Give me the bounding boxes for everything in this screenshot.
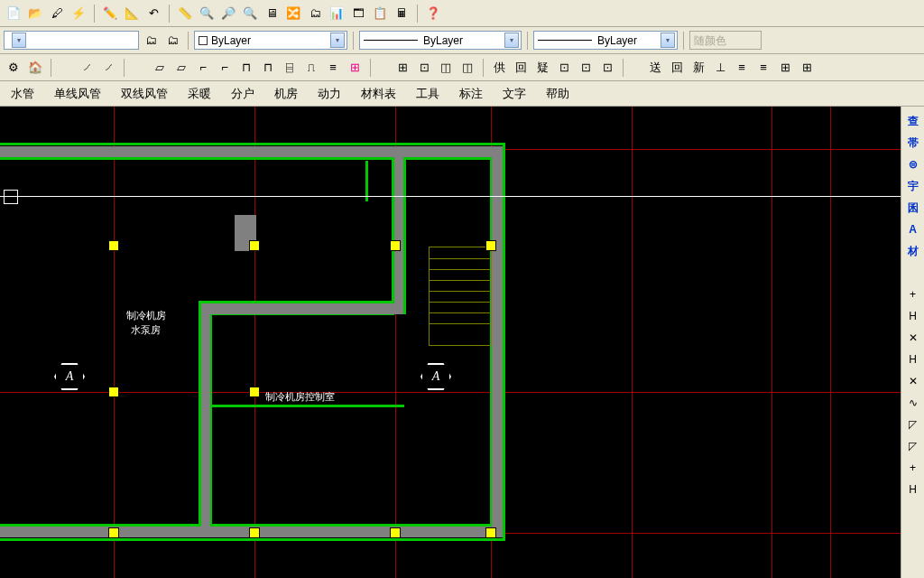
- return-tool-icon[interactable]: 回: [667, 58, 687, 78]
- selection-grip[interactable]: [485, 240, 496, 251]
- duct-tool-icon[interactable]: ≡: [323, 58, 343, 78]
- menu-item-double-duct[interactable]: 双线风管: [117, 84, 171, 104]
- selection-grip[interactable]: [390, 527, 401, 538]
- zoom-in-icon[interactable]: 🔍: [197, 4, 217, 23]
- selection-grip[interactable]: [108, 527, 119, 538]
- tool-icon[interactable]: ⊥: [710, 58, 730, 78]
- panel-tool[interactable]: ∿: [904, 394, 922, 412]
- menu-item-tools[interactable]: 工具: [412, 84, 443, 104]
- pipe-tool-icon[interactable]: ⟋: [98, 58, 118, 78]
- layer-tool-icon[interactable]: 🗂: [141, 31, 161, 51]
- panel-tool[interactable]: 囷: [904, 199, 922, 217]
- tool-icon[interactable]: ⊞: [775, 58, 795, 78]
- group-tool-icon[interactable]: ⊡: [414, 58, 434, 78]
- menu-item-machine-room[interactable]: 机房: [271, 84, 301, 104]
- duct-tool-icon[interactable]: ⊞: [345, 58, 365, 78]
- lineweight-dropdown[interactable]: ByLayer ▾: [533, 31, 678, 50]
- linetype-dropdown[interactable]: ByLayer ▾: [359, 31, 522, 50]
- send-tool-icon[interactable]: 送: [645, 58, 665, 78]
- menu-item-annotation[interactable]: 标注: [456, 84, 486, 104]
- tool-icon[interactable]: 📋: [370, 4, 390, 23]
- home-icon[interactable]: 🏠: [25, 58, 45, 78]
- menu-item-power[interactable]: 动力: [314, 84, 345, 104]
- tool-icon[interactable]: 🖊: [47, 4, 67, 23]
- panel-tool[interactable]: +: [904, 285, 922, 303]
- wall-gray: [0, 146, 503, 157]
- panel-tool-material[interactable]: 材: [904, 242, 922, 260]
- duct-tool-icon[interactable]: ⊓: [236, 58, 256, 78]
- panel-tool[interactable]: ◸: [904, 437, 922, 455]
- group-tool-icon[interactable]: ◫: [436, 58, 456, 78]
- selection-grip[interactable]: [249, 387, 260, 397]
- drawing-canvas[interactable]: A A 制冷机房 水泵房 制冷机房控制室: [0, 107, 901, 578]
- duct-tool-icon[interactable]: ▱: [150, 58, 170, 78]
- duct-tool-icon[interactable]: ⎍: [301, 58, 321, 78]
- selection-grip[interactable]: [390, 240, 401, 251]
- tool-icon[interactable]: 🗂: [305, 4, 325, 23]
- help-icon[interactable]: ❓: [423, 4, 443, 23]
- tool-icon[interactable]: ≡: [753, 58, 773, 78]
- tool-icon[interactable]: 📊: [327, 4, 346, 23]
- duct-tool-icon[interactable]: ⌐: [215, 58, 235, 78]
- tool-icon[interactable]: 🖥: [262, 4, 282, 23]
- selection-grip[interactable]: [249, 240, 260, 251]
- layer-dropdown-left[interactable]: ▾: [4, 31, 139, 50]
- panel-tool[interactable]: 帯: [904, 134, 922, 152]
- layer-tool-icon[interactable]: 🗂: [162, 31, 182, 51]
- menu-item-single-duct[interactable]: 单线风管: [51, 84, 105, 104]
- group-tool-icon[interactable]: ◫: [457, 58, 477, 78]
- tool-icon[interactable]: ⊡: [576, 58, 596, 78]
- menu-item-text[interactable]: 文字: [499, 84, 530, 104]
- tool-icon[interactable]: ≡: [732, 58, 752, 78]
- duct-tool-icon[interactable]: ⌸: [280, 58, 300, 78]
- pipe-tool-icon[interactable]: ⟋: [77, 58, 97, 78]
- zoom-window-icon[interactable]: 🔍: [240, 4, 260, 23]
- return-tool-icon[interactable]: 回: [511, 58, 531, 78]
- panel-tool[interactable]: A: [904, 220, 922, 238]
- selection-grip[interactable]: [485, 527, 496, 538]
- new-tool-icon[interactable]: 新: [688, 58, 708, 78]
- menu-item-material-list[interactable]: 材料表: [357, 84, 400, 104]
- tool-icon[interactable]: 📏: [175, 4, 195, 23]
- group-tool-icon[interactable]: ⊞: [393, 58, 412, 78]
- zoom-out-icon[interactable]: 🔎: [218, 4, 238, 23]
- selection-grip[interactable]: [249, 527, 260, 538]
- panel-tool[interactable]: H: [904, 480, 922, 499]
- separator: [483, 59, 484, 77]
- tool-icon[interactable]: ↶: [143, 4, 163, 23]
- panel-tool[interactable]: H: [904, 307, 922, 325]
- tool-icon[interactable]: ⊡: [597, 58, 617, 78]
- menu-item-heating[interactable]: 采暖: [184, 84, 215, 104]
- supply-tool-icon[interactable]: 供: [489, 58, 509, 78]
- menu-item-household[interactable]: 分户: [227, 84, 258, 104]
- tool-icon[interactable]: ⊞: [797, 58, 817, 78]
- duct-tool-icon[interactable]: ⌐: [193, 58, 213, 78]
- panel-tool[interactable]: ⊜: [904, 155, 922, 173]
- panel-tool[interactable]: ✕: [904, 372, 922, 390]
- panel-tool[interactable]: ◸: [904, 415, 922, 434]
- tool-icon[interactable]: 📄: [4, 4, 23, 23]
- menu-item-water-pipe[interactable]: 水管: [7, 84, 38, 104]
- tool-icon[interactable]: 📐: [122, 4, 142, 23]
- duct-tool-icon[interactable]: ▱: [171, 58, 191, 78]
- panel-tool[interactable]: ✕: [904, 329, 922, 347]
- selection-grip[interactable]: [108, 240, 119, 251]
- tool-icon[interactable]: ⚡: [69, 4, 88, 23]
- tool-icon[interactable]: 📂: [25, 4, 45, 23]
- tool-icon[interactable]: 🔀: [283, 4, 303, 23]
- panel-tool-query[interactable]: 查: [904, 112, 922, 130]
- panel-tool[interactable]: +: [904, 459, 922, 477]
- menu-item-help[interactable]: 帮助: [542, 84, 573, 104]
- selection-grip[interactable]: [108, 387, 119, 397]
- tool-icon[interactable]: ⊡: [554, 58, 574, 78]
- tool-icon[interactable]: 🗔: [348, 4, 368, 23]
- tool-icon[interactable]: ✏️: [100, 4, 120, 23]
- panel-tool[interactable]: H: [904, 350, 922, 368]
- calculator-icon[interactable]: 🖩: [392, 4, 411, 23]
- wall: [199, 405, 404, 407]
- settings-icon[interactable]: ⚙: [4, 58, 23, 78]
- color-dropdown[interactable]: ByLayer ▾: [194, 31, 347, 50]
- duct-tool-icon[interactable]: ⊓: [258, 58, 278, 78]
- tool-icon[interactable]: 疑: [532, 58, 552, 78]
- panel-tool[interactable]: 宇: [904, 177, 922, 195]
